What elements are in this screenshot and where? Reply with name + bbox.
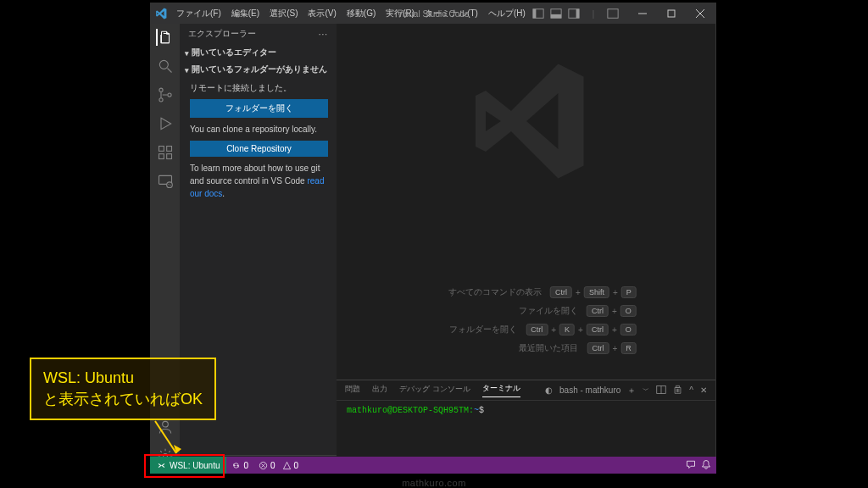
- key: R: [620, 342, 637, 354]
- learn-text: To learn more about how to use git and s…: [190, 164, 320, 186]
- sidebar-content: リモートに接続しました。 フォルダーを開く You can clone a re…: [180, 78, 337, 207]
- open-editors-label: 開いているエディター: [192, 47, 276, 58]
- callout-pointer: [151, 419, 193, 462]
- callout-annotation: WSL: Ubuntu と表示されていればOK: [30, 358, 216, 420]
- layout-sidebar-icon[interactable]: [531, 6, 546, 21]
- key: K: [559, 324, 575, 336]
- vscode-watermark-icon: [463, 58, 590, 186]
- shortcut-keys: Ctrl+R: [587, 342, 636, 354]
- key: Ctrl: [587, 324, 609, 336]
- key: P: [621, 286, 637, 298]
- key: O: [620, 324, 637, 336]
- terminal-prompt: $: [479, 406, 484, 415]
- no-folder-label: 開いているフォルダーがありません: [192, 64, 327, 75]
- svg-rect-16: [159, 147, 164, 152]
- panel-tab-output[interactable]: 出力: [372, 384, 387, 397]
- status-warnings[interactable]: 0: [277, 461, 304, 470]
- shortcut-keys: Ctrl+O: [587, 305, 637, 317]
- shortcut-label: ファイルを開く: [476, 305, 578, 317]
- vscode-logo-icon: [151, 8, 171, 19]
- key: Ctrl: [550, 286, 572, 298]
- svg-rect-18: [167, 154, 172, 159]
- search-icon[interactable]: [157, 58, 174, 75]
- editor-area: すべてのコマンドの表示Ctrl+Shift+Pファイルを開くCtrl+Oフォルダ…: [337, 24, 715, 473]
- learn-msg: To learn more about how to use git and s…: [190, 162, 328, 200]
- menu-selection[interactable]: 選択(S): [264, 5, 303, 22]
- shortcut-keys: Ctrl+K+Ctrl+O: [526, 324, 637, 336]
- shortcut-keys: Ctrl+Shift+P: [550, 286, 637, 298]
- menu-help[interactable]: ヘルプ(H): [483, 5, 531, 22]
- svg-point-21: [167, 182, 173, 188]
- callout-line1: WSL: Ubuntu: [43, 368, 203, 389]
- layout-customize-icon[interactable]: [605, 6, 620, 21]
- chevron-down-icon: [185, 65, 189, 75]
- menu-go[interactable]: 移動(G): [342, 5, 381, 22]
- more-icon[interactable]: ···: [319, 30, 328, 39]
- key: O: [620, 305, 637, 317]
- key: Shift: [584, 286, 609, 298]
- close-button[interactable]: [688, 3, 712, 24]
- kill-terminal-icon[interactable]: [673, 385, 682, 396]
- menu-file[interactable]: ファイル(F): [171, 5, 226, 22]
- svg-rect-5: [576, 9, 580, 19]
- sidebar-title: エクスプローラー: [188, 28, 256, 40]
- explorer-icon[interactable]: [156, 29, 173, 46]
- vscode-window: ファイル(F) 編集(E) 選択(S) 表示(V) 移動(G) 実行(R) ター…: [150, 3, 716, 474]
- shortcut-label: すべてのコマンドの表示: [440, 286, 542, 298]
- terminal-host: DESKTOP-SQH95TM: [392, 406, 469, 415]
- no-folder-section[interactable]: 開いているフォルダーがありません: [180, 61, 337, 78]
- callout-line2: と表示されていればOK: [43, 389, 203, 410]
- add-terminal-icon[interactable]: ＋: [627, 385, 636, 396]
- split-terminal-icon[interactable]: [656, 385, 666, 396]
- clone-repository-button[interactable]: Clone Repository: [190, 141, 328, 157]
- maximize-button[interactable]: [659, 3, 683, 24]
- panel-tab-terminal[interactable]: ターミナル: [482, 383, 520, 397]
- layout-panel-icon[interactable]: [548, 6, 564, 21]
- svg-point-15: [168, 93, 171, 97]
- key: Ctrl: [526, 324, 548, 336]
- status-feedback-icon[interactable]: [686, 459, 696, 471]
- open-editors-section[interactable]: 開いているエディター: [180, 44, 337, 61]
- shortcut-label: フォルダーを開く: [415, 324, 517, 336]
- status-bell-icon[interactable]: [701, 459, 711, 471]
- welcome-view: すべてのコマンドの表示Ctrl+Shift+Pファイルを開くCtrl+Oフォルダ…: [337, 24, 715, 380]
- titlebar: ファイル(F) 編集(E) 選択(S) 表示(V) 移動(G) 実行(R) ター…: [151, 3, 715, 24]
- titlebar-controls: |: [531, 3, 715, 24]
- run-debug-icon[interactable]: [157, 115, 174, 132]
- close-panel-icon[interactable]: ✕: [700, 385, 707, 395]
- panel-tabs: 問題 出力 デバッグ コンソール ターミナル ◐ bash - mathkuro…: [337, 380, 715, 401]
- svg-rect-1: [533, 9, 537, 19]
- source-control-icon[interactable]: [157, 86, 174, 103]
- maximize-panel-icon[interactable]: ^: [689, 385, 693, 395]
- chevron-down-icon: [185, 48, 189, 58]
- menu-edit[interactable]: 編集(E): [226, 5, 264, 22]
- svg-point-13: [159, 88, 163, 92]
- status-sync[interactable]: 0: [226, 461, 253, 470]
- svg-rect-8: [668, 10, 675, 17]
- shortcut-label: 最近開いた項目: [476, 342, 578, 354]
- remote-label: WSL: Ubuntu: [170, 461, 220, 470]
- panel-actions: ◐ bash - mathkuro ＋ ﹀ ^ ✕: [545, 385, 707, 396]
- statusbar: WSL: Ubuntu 0 0 0: [150, 457, 716, 474]
- panel-tab-debug[interactable]: デバッグ コンソール: [399, 384, 470, 397]
- menu-view[interactable]: 表示(V): [303, 5, 341, 22]
- menu-bar: ファイル(F) 編集(E) 選択(S) 表示(V) 移動(G) 実行(R) ター…: [171, 5, 531, 22]
- terminal-shell-icon[interactable]: ◐: [545, 385, 553, 395]
- panel-tab-problems[interactable]: 問題: [345, 384, 360, 397]
- svg-rect-17: [159, 154, 164, 159]
- svg-rect-19: [167, 147, 172, 152]
- key: Ctrl: [587, 305, 609, 317]
- sidebar-header: エクスプローラー ···: [180, 24, 337, 44]
- welcome-shortcuts: すべてのコマンドの表示Ctrl+Shift+Pファイルを開くCtrl+Oフォルダ…: [415, 286, 637, 354]
- open-folder-button[interactable]: フォルダーを開く: [190, 99, 328, 118]
- terminal-shell-label[interactable]: bash - mathkuro: [559, 385, 620, 395]
- extensions-icon[interactable]: [157, 144, 174, 161]
- key: Ctrl: [587, 342, 609, 354]
- svg-point-11: [159, 60, 168, 69]
- layout-sidebar-right-icon[interactable]: [566, 6, 581, 21]
- terminal-dropdown-icon[interactable]: ﹀: [643, 385, 649, 395]
- remote-explorer-icon[interactable]: [157, 173, 174, 190]
- window-title: Visual Studio Code: [398, 9, 470, 19]
- svg-line-12: [168, 69, 172, 73]
- minimize-button[interactable]: [631, 3, 654, 24]
